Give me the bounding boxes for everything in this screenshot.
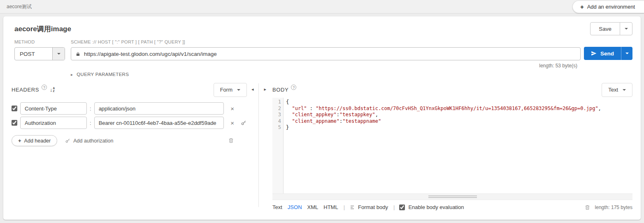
header-row-authorization: : × [12,117,247,129]
colon-separator: : [90,106,91,112]
chevron-down-icon [57,53,60,56]
body-footer: Text JSON XML HTML | Format body | Enabl… [272,204,632,210]
add-environment-button[interactable]: + Add an environment [572,0,644,13]
body-type-xml[interactable]: XML [307,204,319,210]
body-type-text[interactable]: Text [272,204,282,210]
plus-icon: + [18,138,21,144]
body-code[interactable]: { "url" : "https://ss0.bdstatic.com/70cF… [284,98,632,193]
save-button[interactable]: Save [591,23,620,35]
headers-mode-label: Form [220,87,232,93]
remove-header-button[interactable]: × [230,120,235,126]
query-parameters-label: QUERY PARAMETERS [77,72,129,77]
chevron-right-icon: ▸ [71,72,73,77]
request-row: METHOD POST SCHEME :// HOST [ ":" PORT ]… [12,39,632,69]
headers-mode-dropdown[interactable]: Form [214,83,247,97]
method-dropdown-button[interactable] [52,48,65,60]
editor-resize-strip [272,193,632,200]
save-dropdown-button[interactable] [620,23,632,35]
method-value: POST [15,48,52,60]
collapse-right-icon[interactable]: ▸ [264,87,266,92]
add-authorization-label: Add authorization [73,138,113,144]
divider: | [393,204,395,210]
key-icon [65,138,70,143]
headers-actions: + Add header Add authorization [12,135,247,146]
body-title: BODY [272,87,288,93]
headers-title: HEADERS [12,87,39,93]
header-row-content-type: : × [12,102,247,115]
send-button[interactable]: Send [584,47,621,60]
header-name-input[interactable] [20,117,87,129]
headers-panel-header: HEADERS ? ↓ A Z Form [12,83,247,97]
header-enabled-checkbox[interactable] [12,120,17,126]
body-mode-dropdown[interactable]: Text [602,83,632,97]
request-card: aecore调用image Save METHOD POST SCHEME :/… [3,16,641,220]
add-environment-label: Add an environment [587,4,635,10]
header-value-input[interactable] [94,117,224,129]
save-split-button: Save [590,22,632,35]
key-icon[interactable] [241,120,246,126]
send-split-button: Send [584,47,632,60]
body-gutter: 12345 [272,98,284,193]
method-select[interactable]: POST [14,47,65,60]
query-parameters-toggle[interactable]: ▸ QUERY PARAMETERS [71,72,632,77]
card-header: aecore调用image Save [12,22,632,35]
remove-header-button[interactable]: × [230,105,235,112]
url-length-info: length: 53 byte(s) [71,63,581,69]
body-panel: BODY ? Text 12345 { "url" : "https://ss0… [270,83,632,210]
chevron-down-icon [625,28,628,31]
paper-plane-icon [591,51,597,56]
chevron-down-icon [237,89,240,92]
body-type-json[interactable]: JSON [288,204,302,210]
collapse-left-icon[interactable]: ◂ [251,87,254,92]
format-body-label: Format body [358,204,388,210]
enable-body-evaluation-checkbox[interactable] [399,205,405,210]
url-scheme-label: SCHEME :// HOST [ ":" PORT ] [ PATH [ "?… [71,39,581,44]
enable-body-evaluation-label: Enable body evaluation [408,204,464,210]
body-panel-header: BODY ? Text [272,83,632,97]
send-label: Send [600,51,614,57]
panel-splitter: ◂ ▸ [247,83,270,210]
header-value-input[interactable] [94,102,224,115]
colon-separator: : [90,120,91,126]
trash-icon[interactable] [228,138,234,143]
send-group: Send [584,39,632,60]
send-dropdown-button[interactable] [621,47,632,60]
header-enabled-checkbox[interactable] [12,106,17,111]
request-title: aecore调用image [12,24,71,34]
add-header-label: Add header [24,138,51,144]
sort-az-icon[interactable]: ↓ A Z [50,87,55,92]
panels-row: HEADERS ? ↓ A Z Form [12,83,632,210]
url-value: https://apigate-test.glodon.com/ugc/api/… [84,51,217,57]
help-icon[interactable]: ? [291,85,296,90]
top-bar: aecore测试 + Add an environment [0,0,644,14]
format-align-icon [349,205,355,210]
body-mode-label: Text [608,87,618,93]
headers-rows: : × : × [12,102,247,129]
divider: | [344,204,345,210]
trash-icon[interactable] [585,205,590,210]
method-label: METHOD [14,39,65,44]
method-group: METHOD POST [14,39,65,60]
enable-body-evaluation: Enable body evaluation [399,204,464,210]
add-authorization-button[interactable]: Add authorization [65,138,113,144]
headers-panel: HEADERS ? ↓ A Z Form [12,83,247,210]
resize-grip-icon[interactable] [428,195,477,198]
format-body-button[interactable]: Format body [349,204,388,210]
workspace-name: aecore测试 [7,3,32,10]
chevron-down-icon [623,89,626,92]
url-group: SCHEME :// HOST [ ":" PORT ] [ PATH [ "?… [71,39,581,69]
add-header-button[interactable]: + Add header [12,135,57,146]
plus-icon: + [580,3,584,10]
body-length-info: length: 175 bytes [595,205,632,210]
help-icon[interactable]: ? [42,85,47,90]
body-editor[interactable]: 12345 { "url" : "https://ss0.bdstatic.co… [272,98,632,193]
lock-icon [76,51,80,57]
splitter-divider [258,83,259,207]
header-name-input[interactable] [20,102,87,115]
chevron-down-icon [625,53,629,56]
body-type-html[interactable]: HTML [323,204,338,210]
url-input[interactable]: https://apigate-test.glodon.com/ugc/api/… [71,47,581,60]
